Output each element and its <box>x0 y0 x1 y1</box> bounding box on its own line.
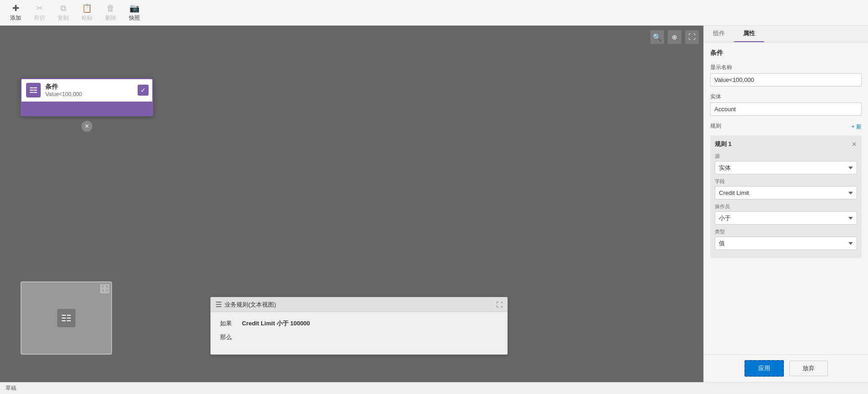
zoom-out-button[interactable]: 🔍 <box>650 30 664 44</box>
svg-rect-5 <box>34 92 37 93</box>
paste-button[interactable]: 📋 粘贴 <box>77 1 97 24</box>
copy-icon: ⧉ <box>60 4 66 13</box>
entity-group: 实体 <box>710 93 862 116</box>
svg-rect-3 <box>34 90 37 91</box>
operator-select[interactable]: 小于 <box>715 211 857 225</box>
entity-input[interactable] <box>710 103 862 116</box>
add-icon: ✚ <box>12 3 19 13</box>
field-select[interactable]: Credit Limit <box>715 186 857 200</box>
main-area: 🔍 ⊕ ⛶ <box>0 26 868 382</box>
source-select[interactable]: 实体 <box>715 161 857 174</box>
status-bar: 草稿 <box>0 382 868 394</box>
tab-properties[interactable]: 属性 <box>734 26 764 42</box>
status-text: 草稿 <box>5 384 16 392</box>
entity-label: 实体 <box>710 93 862 101</box>
right-panel: 组件 属性 条件 显示名称 实体 规则 + 新 <box>703 26 868 382</box>
cut-button[interactable]: ✂ 剪切 <box>29 1 49 24</box>
biz-rule-title: ☰ 业务规则(文本视图) <box>215 300 276 309</box>
source-label: 源 <box>715 153 857 160</box>
rule-1-box: 规则 1 ✕ 源 实体 字段 Credit Limit <box>710 135 862 258</box>
snapshot-button[interactable]: 📷 快照 <box>124 1 145 24</box>
rule-1-title: 规则 1 ✕ <box>715 140 857 148</box>
operator-label: 操作员 <box>715 203 857 210</box>
right-panel-tabs: 组件 属性 <box>704 26 868 43</box>
svg-rect-12 <box>67 318 71 318</box>
section-title: 条件 <box>710 49 862 59</box>
node-text: 条件 Value<100,000 <box>45 83 82 97</box>
field-label: 字段 <box>715 178 857 185</box>
type-group: 类型 值 <box>715 228 857 250</box>
biz-rule-icon: ☰ <box>215 300 222 309</box>
node-icon <box>26 83 41 97</box>
node-check-icon: ✓ <box>138 85 149 96</box>
right-panel-actions: 应用 放弃 <box>704 354 868 382</box>
thumbnail-node[interactable]: ⛶ <box>21 281 112 355</box>
display-name-group: 显示名称 <box>710 64 862 86</box>
rules-label: 规则 <box>710 122 721 130</box>
rules-header: 规则 + 新 <box>710 122 862 132</box>
type-label: 类型 <box>715 228 857 235</box>
biz-rule-header: ☰ 业务规则(文本视图) ⛶ <box>211 297 507 312</box>
svg-rect-10 <box>67 315 71 316</box>
delete-icon: 🗑 <box>107 4 115 13</box>
fullscreen-button[interactable]: ⛶ <box>685 30 699 44</box>
rule-1-close-button[interactable]: ✕ <box>852 140 857 148</box>
biz-rule-expand-button[interactable]: ⛶ <box>496 301 503 308</box>
type-select[interactable]: 值 <box>715 237 857 250</box>
delete-button[interactable]: 🗑 删除 <box>101 2 121 24</box>
canvas-toolbar: 🔍 ⊕ ⛶ <box>650 30 699 44</box>
svg-rect-1 <box>34 87 37 88</box>
rules-section: 规则 + 新 规则 1 ✕ 源 实体 <box>710 122 862 258</box>
zoom-in-button[interactable]: ⊕ <box>668 30 681 44</box>
add-button[interactable]: ✚ 添加 <box>5 1 26 24</box>
cut-icon: ✂ <box>36 3 43 13</box>
biz-rule-panel: ☰ 业务规则(文本视图) ⛶ 如果 Credit Limit 小于 100000… <box>210 297 508 355</box>
svg-rect-2 <box>30 90 33 91</box>
discard-button[interactable]: 放弃 <box>789 361 828 376</box>
svg-rect-9 <box>62 315 66 316</box>
zoom-out-icon: 🔍 <box>653 33 662 42</box>
right-panel-content: 条件 显示名称 实体 规则 + 新 规则 1 <box>704 43 868 354</box>
biz-rule-if-row: 如果 Credit Limit 小于 100000 <box>220 319 498 328</box>
condition-node[interactable]: 条件 Value<100,000 ✓ ✕ <box>21 78 153 116</box>
fullscreen-icon: ⛶ <box>688 33 696 41</box>
camera-icon: 📷 <box>129 3 139 13</box>
toolbar: ✚ 添加 ✂ 剪切 ⧉ 复制 📋 粘贴 🗑 删除 📷 快照 <box>0 0 868 26</box>
paste-icon: 📋 <box>82 3 92 13</box>
biz-rule-body: 如果 Credit Limit 小于 100000 那么 <box>211 312 507 354</box>
operator-group: 操作员 小于 <box>715 203 857 225</box>
svg-rect-11 <box>62 318 66 318</box>
thumbnail-expand-button[interactable]: ⛶ <box>100 284 109 293</box>
svg-rect-14 <box>67 320 71 321</box>
svg-rect-4 <box>30 92 33 93</box>
apply-button[interactable]: 应用 <box>745 360 784 377</box>
svg-rect-13 <box>62 320 66 321</box>
condition-node-header: 条件 Value<100,000 ✓ <box>21 79 152 102</box>
biz-rule-then-row: 那么 <box>220 333 498 341</box>
source-group: 源 实体 <box>715 153 857 174</box>
field-group: 字段 Credit Limit <box>715 178 857 200</box>
condition-node-close-button[interactable]: ✕ <box>81 121 92 132</box>
display-name-label: 显示名称 <box>710 64 862 71</box>
canvas-area[interactable]: 🔍 ⊕ ⛶ <box>0 26 703 382</box>
thumbnail-icon <box>57 309 75 327</box>
zoom-in-icon: ⊕ <box>672 33 677 41</box>
add-rule-button[interactable]: + 新 <box>852 123 862 131</box>
tab-components[interactable]: 组件 <box>704 26 734 42</box>
condition-node-footer <box>21 102 152 115</box>
display-name-input[interactable] <box>710 73 862 86</box>
svg-rect-0 <box>30 87 33 88</box>
copy-button[interactable]: ⧉ 复制 <box>53 2 73 24</box>
